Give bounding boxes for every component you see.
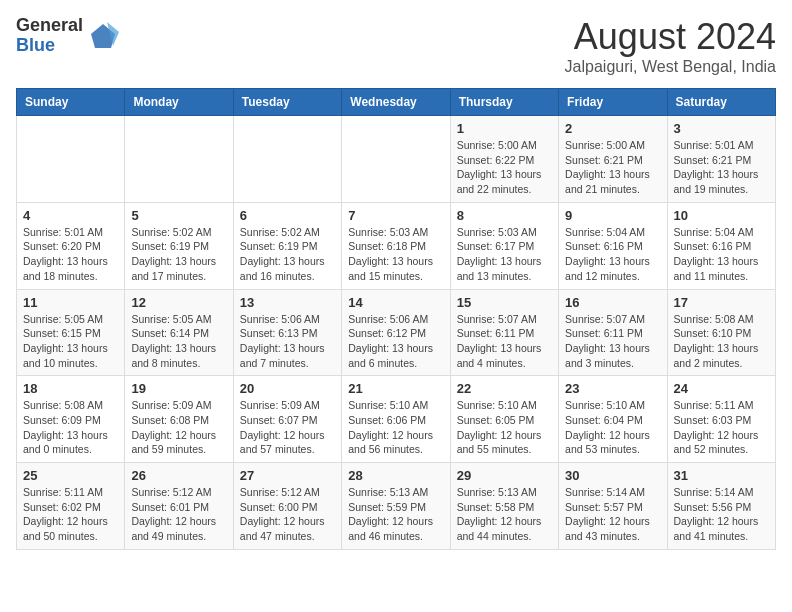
day-number: 30 <box>565 468 660 483</box>
weekday-header-thursday: Thursday <box>450 89 558 116</box>
day-info: Sunrise: 5:01 AMSunset: 6:21 PMDaylight:… <box>674 138 769 197</box>
calendar-cell: 26Sunrise: 5:12 AMSunset: 6:01 PMDayligh… <box>125 463 233 550</box>
calendar-cell: 13Sunrise: 5:06 AMSunset: 6:13 PMDayligh… <box>233 289 341 376</box>
day-info: Sunrise: 5:02 AMSunset: 6:19 PMDaylight:… <box>240 225 335 284</box>
calendar-body: 1Sunrise: 5:00 AMSunset: 6:22 PMDaylight… <box>17 116 776 550</box>
calendar-cell: 24Sunrise: 5:11 AMSunset: 6:03 PMDayligh… <box>667 376 775 463</box>
day-info: Sunrise: 5:08 AMSunset: 6:09 PMDaylight:… <box>23 398 118 457</box>
calendar-cell: 31Sunrise: 5:14 AMSunset: 5:56 PMDayligh… <box>667 463 775 550</box>
day-info: Sunrise: 5:14 AMSunset: 5:56 PMDaylight:… <box>674 485 769 544</box>
day-info: Sunrise: 5:07 AMSunset: 6:11 PMDaylight:… <box>565 312 660 371</box>
calendar-cell: 29Sunrise: 5:13 AMSunset: 5:58 PMDayligh… <box>450 463 558 550</box>
day-number: 6 <box>240 208 335 223</box>
calendar-cell <box>17 116 125 203</box>
day-info: Sunrise: 5:00 AMSunset: 6:21 PMDaylight:… <box>565 138 660 197</box>
calendar-cell: 1Sunrise: 5:00 AMSunset: 6:22 PMDaylight… <box>450 116 558 203</box>
calendar-cell: 28Sunrise: 5:13 AMSunset: 5:59 PMDayligh… <box>342 463 450 550</box>
day-info: Sunrise: 5:03 AMSunset: 6:17 PMDaylight:… <box>457 225 552 284</box>
day-info: Sunrise: 5:12 AMSunset: 6:00 PMDaylight:… <box>240 485 335 544</box>
day-number: 18 <box>23 381 118 396</box>
calendar-cell: 14Sunrise: 5:06 AMSunset: 6:12 PMDayligh… <box>342 289 450 376</box>
calendar-cell: 6Sunrise: 5:02 AMSunset: 6:19 PMDaylight… <box>233 202 341 289</box>
day-number: 11 <box>23 295 118 310</box>
calendar-cell: 5Sunrise: 5:02 AMSunset: 6:19 PMDaylight… <box>125 202 233 289</box>
day-number: 29 <box>457 468 552 483</box>
calendar-header: SundayMondayTuesdayWednesdayThursdayFrid… <box>17 89 776 116</box>
day-number: 1 <box>457 121 552 136</box>
day-info: Sunrise: 5:04 AMSunset: 6:16 PMDaylight:… <box>565 225 660 284</box>
day-number: 2 <box>565 121 660 136</box>
calendar-cell: 9Sunrise: 5:04 AMSunset: 6:16 PMDaylight… <box>559 202 667 289</box>
logo-icon <box>87 20 119 52</box>
calendar-cell: 23Sunrise: 5:10 AMSunset: 6:04 PMDayligh… <box>559 376 667 463</box>
day-number: 15 <box>457 295 552 310</box>
weekday-header-tuesday: Tuesday <box>233 89 341 116</box>
weekday-header-friday: Friday <box>559 89 667 116</box>
day-number: 8 <box>457 208 552 223</box>
day-number: 21 <box>348 381 443 396</box>
calendar-cell: 19Sunrise: 5:09 AMSunset: 6:08 PMDayligh… <box>125 376 233 463</box>
day-number: 9 <box>565 208 660 223</box>
day-info: Sunrise: 5:11 AMSunset: 6:02 PMDaylight:… <box>23 485 118 544</box>
day-number: 16 <box>565 295 660 310</box>
day-number: 17 <box>674 295 769 310</box>
main-title: August 2024 <box>565 16 776 58</box>
calendar-week-row: 1Sunrise: 5:00 AMSunset: 6:22 PMDaylight… <box>17 116 776 203</box>
day-number: 23 <box>565 381 660 396</box>
day-info: Sunrise: 5:06 AMSunset: 6:12 PMDaylight:… <box>348 312 443 371</box>
day-info: Sunrise: 5:09 AMSunset: 6:08 PMDaylight:… <box>131 398 226 457</box>
day-info: Sunrise: 5:11 AMSunset: 6:03 PMDaylight:… <box>674 398 769 457</box>
day-number: 4 <box>23 208 118 223</box>
day-number: 20 <box>240 381 335 396</box>
weekday-header-wednesday: Wednesday <box>342 89 450 116</box>
day-number: 27 <box>240 468 335 483</box>
day-info: Sunrise: 5:07 AMSunset: 6:11 PMDaylight:… <box>457 312 552 371</box>
title-area: August 2024 Jalpaiguri, West Bengal, Ind… <box>565 16 776 76</box>
day-info: Sunrise: 5:13 AMSunset: 5:58 PMDaylight:… <box>457 485 552 544</box>
page-header: General Blue August 2024 Jalpaiguri, Wes… <box>16 16 776 76</box>
logo-general-text: General <box>16 16 83 36</box>
calendar-cell: 25Sunrise: 5:11 AMSunset: 6:02 PMDayligh… <box>17 463 125 550</box>
day-info: Sunrise: 5:10 AMSunset: 6:04 PMDaylight:… <box>565 398 660 457</box>
day-number: 26 <box>131 468 226 483</box>
calendar-cell: 7Sunrise: 5:03 AMSunset: 6:18 PMDaylight… <box>342 202 450 289</box>
day-info: Sunrise: 5:14 AMSunset: 5:57 PMDaylight:… <box>565 485 660 544</box>
calendar-cell <box>342 116 450 203</box>
calendar-cell: 11Sunrise: 5:05 AMSunset: 6:15 PMDayligh… <box>17 289 125 376</box>
day-info: Sunrise: 5:02 AMSunset: 6:19 PMDaylight:… <box>131 225 226 284</box>
day-info: Sunrise: 5:09 AMSunset: 6:07 PMDaylight:… <box>240 398 335 457</box>
calendar-week-row: 4Sunrise: 5:01 AMSunset: 6:20 PMDaylight… <box>17 202 776 289</box>
weekday-header-monday: Monday <box>125 89 233 116</box>
calendar-cell: 8Sunrise: 5:03 AMSunset: 6:17 PMDaylight… <box>450 202 558 289</box>
calendar-week-row: 11Sunrise: 5:05 AMSunset: 6:15 PMDayligh… <box>17 289 776 376</box>
day-number: 3 <box>674 121 769 136</box>
calendar-cell <box>125 116 233 203</box>
day-number: 7 <box>348 208 443 223</box>
calendar-table: SundayMondayTuesdayWednesdayThursdayFrid… <box>16 88 776 550</box>
day-number: 28 <box>348 468 443 483</box>
day-info: Sunrise: 5:06 AMSunset: 6:13 PMDaylight:… <box>240 312 335 371</box>
calendar-cell: 22Sunrise: 5:10 AMSunset: 6:05 PMDayligh… <box>450 376 558 463</box>
day-info: Sunrise: 5:05 AMSunset: 6:15 PMDaylight:… <box>23 312 118 371</box>
calendar-cell: 21Sunrise: 5:10 AMSunset: 6:06 PMDayligh… <box>342 376 450 463</box>
subtitle: Jalpaiguri, West Bengal, India <box>565 58 776 76</box>
day-number: 19 <box>131 381 226 396</box>
calendar-cell: 30Sunrise: 5:14 AMSunset: 5:57 PMDayligh… <box>559 463 667 550</box>
calendar-cell: 4Sunrise: 5:01 AMSunset: 6:20 PMDaylight… <box>17 202 125 289</box>
logo: General Blue <box>16 16 119 56</box>
calendar-cell: 12Sunrise: 5:05 AMSunset: 6:14 PMDayligh… <box>125 289 233 376</box>
calendar-cell: 16Sunrise: 5:07 AMSunset: 6:11 PMDayligh… <box>559 289 667 376</box>
day-info: Sunrise: 5:10 AMSunset: 6:05 PMDaylight:… <box>457 398 552 457</box>
day-number: 13 <box>240 295 335 310</box>
calendar-week-row: 18Sunrise: 5:08 AMSunset: 6:09 PMDayligh… <box>17 376 776 463</box>
day-info: Sunrise: 5:03 AMSunset: 6:18 PMDaylight:… <box>348 225 443 284</box>
calendar-cell: 17Sunrise: 5:08 AMSunset: 6:10 PMDayligh… <box>667 289 775 376</box>
day-number: 22 <box>457 381 552 396</box>
weekday-header-saturday: Saturday <box>667 89 775 116</box>
day-number: 10 <box>674 208 769 223</box>
calendar-cell: 3Sunrise: 5:01 AMSunset: 6:21 PMDaylight… <box>667 116 775 203</box>
calendar-cell: 15Sunrise: 5:07 AMSunset: 6:11 PMDayligh… <box>450 289 558 376</box>
calendar-cell: 18Sunrise: 5:08 AMSunset: 6:09 PMDayligh… <box>17 376 125 463</box>
calendar-week-row: 25Sunrise: 5:11 AMSunset: 6:02 PMDayligh… <box>17 463 776 550</box>
logo-blue-text: Blue <box>16 36 83 56</box>
